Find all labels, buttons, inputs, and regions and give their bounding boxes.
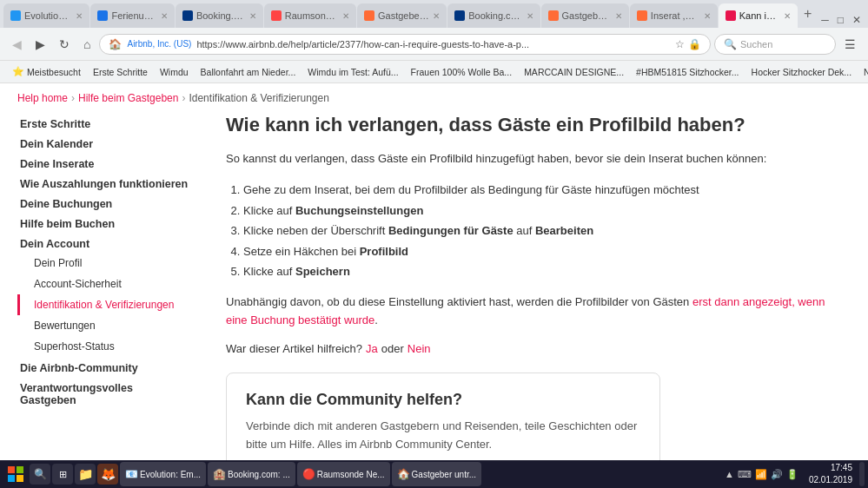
tab-gastgeben[interactable]: Gastgeben - A... ✕ <box>541 3 629 28</box>
taskbar-label-evolution: Evolution: Em... <box>140 470 201 479</box>
taskbar-running-booking[interactable]: 🏨 Booking.com: ... <box>208 462 295 486</box>
sidebar-item-erste-schritte[interactable]: Erste Schritte <box>17 113 191 133</box>
browser-taskbar-icon[interactable]: 🦊 <box>97 464 118 485</box>
bookmark-wimdu-test[interactable]: Wimdu im Test: Aufü... <box>302 65 403 79</box>
sidebar-item-bewertungen[interactable]: Bewertungen <box>17 315 191 336</box>
network-icon[interactable]: 📶 <box>755 469 767 480</box>
tab-kann-ich[interactable]: Kann ich vo... ✕ <box>719 3 798 28</box>
new-tab-button[interactable]: + <box>798 3 817 25</box>
breadcrumb-hilfe-gastgeben[interactable]: Hilfe beim Gastgeben <box>78 92 178 104</box>
sidebar-item-hilfe-buchen[interactable]: Hilfe beim Buchen <box>17 213 191 233</box>
breadcrumb-sep-1: › <box>71 92 75 104</box>
back-button[interactable]: ◀ <box>7 34 27 55</box>
sidebar-item-kalender[interactable]: Dein Kalender <box>17 133 191 153</box>
article-note: Unabhängig davon, ob du diese Einstellun… <box>226 293 842 330</box>
bookmark-ballon[interactable]: Ballonfahrt am Nieder... <box>195 65 301 79</box>
bookmark-label-meistbesucht: Meistbesucht <box>27 67 81 77</box>
tab-booking1[interactable]: Booking.com: ... ✕ <box>176 3 263 28</box>
tab-gastgeber1[interactable]: Gastgeber untr... ✕ <box>357 3 447 28</box>
tab-close-booking1[interactable]: ✕ <box>249 11 256 21</box>
home-button[interactable]: ⌂ <box>78 34 96 55</box>
community-title: Kann die Community helfen? <box>246 391 640 409</box>
taskbar-running-gastgeber[interactable]: 🏠 Gastgeber untr... <box>392 462 482 486</box>
helpful-nein-link[interactable]: Nein <box>407 342 431 355</box>
taskbar-running-evolution[interactable]: 📧 Evolution: Em... <box>120 462 206 486</box>
file-manager-icon[interactable]: 📁 <box>75 464 96 485</box>
tray-arrow-icon[interactable]: ▲ <box>725 469 734 479</box>
clock-date: 02.01.2019 <box>809 474 852 486</box>
tab-raumsonde[interactable]: Raumsonde Ne... ✕ <box>264 3 356 28</box>
volume-icon[interactable]: 🔊 <box>771 469 783 480</box>
menu-button[interactable]: ☰ <box>839 34 861 55</box>
battery-icon[interactable]: 🔋 <box>786 469 798 480</box>
tab-close-kann-ich[interactable]: ✕ <box>784 11 791 21</box>
bookmark-erste-schritte[interactable]: Erste Schritte <box>88 65 153 79</box>
tab-booking2[interactable]: Booking.com: A... ✕ <box>447 3 540 28</box>
sidebar-item-verantwortung[interactable]: Verantwortungsvolles Gastgeben <box>17 377 191 409</box>
tab-favicon-gastgeben <box>548 10 559 21</box>
keyboard-icon[interactable]: ⌨ <box>738 469 752 480</box>
minimize-button[interactable]: ─ <box>818 12 832 28</box>
bookmark-label-wimdu: Wimdu <box>160 67 189 77</box>
tab-close-gastgeber1[interactable]: ✕ <box>433 11 440 21</box>
sidebar-item-community[interactable]: Die Airbnb-Community <box>17 357 191 377</box>
refresh-button[interactable]: ↻ <box>54 34 75 55</box>
close-window-button[interactable]: ✕ <box>849 12 865 28</box>
sidebar-item-sicherheit[interactable]: Account-Sicherheit <box>17 274 191 294</box>
taskbar-running-raumsonde[interactable]: 🔴 Raumsonde Ne... <box>297 462 390 486</box>
taskbar-clock[interactable]: 17:45 02.01.2019 <box>804 462 858 486</box>
bookmark-wimdu[interactable]: Wimdu <box>155 65 194 79</box>
show-desktop-button[interactable] <box>859 462 865 486</box>
tab-close-booking2[interactable]: ✕ <box>527 11 533 21</box>
bookmark-meistbesucht[interactable]: ⭐ Meistbesucht <box>7 64 86 79</box>
breadcrumb-sep-2: › <box>182 92 185 104</box>
tab-actions: ─ □ ✕ <box>818 12 865 28</box>
sidebar-item-superhost[interactable]: Superhost-Status <box>17 336 191 357</box>
tab-inserat[interactable]: Inserat ,Gemü... ✕ <box>630 3 718 28</box>
sidebar-item-identifikation[interactable]: Identifikation & Verifizierungen <box>17 294 191 315</box>
sidebar-item-inserate[interactable]: Deine Inserate <box>17 153 191 173</box>
breadcrumb-help-home[interactable]: Help home <box>17 92 68 104</box>
start-button[interactable] <box>3 462 28 486</box>
bookmark-neues[interactable]: Neues Angebotvidavi... <box>858 65 868 79</box>
article-title: Wie kann ich verlangen, dass Gäste ein P… <box>226 113 842 138</box>
svg-rect-1 <box>17 466 23 473</box>
sidebar-item-profil[interactable]: Dein Profil <box>17 253 191 274</box>
bookmark-marccain[interactable]: MARCCAIN DESIGNE... <box>519 65 629 79</box>
step-3: Klicke neben der Überschrift Bedingungen… <box>243 221 842 241</box>
sidebar-item-account[interactable]: Dein Account <box>17 233 191 253</box>
helpful-row: War dieser Artikel hilfreich? Ja oder Ne… <box>226 342 842 355</box>
tab-evolution[interactable]: Evolution: Em... ✕ <box>3 3 89 28</box>
search-taskbar-icon[interactable]: 🔍 <box>30 464 50 485</box>
tab-close-raumsonde[interactable]: ✕ <box>342 11 349 21</box>
tab-favicon-gastgeber1 <box>364 10 374 21</box>
search-bar[interactable]: 🔍 Suchen <box>714 34 836 55</box>
helpful-ja-link[interactable]: Ja <box>366 342 378 355</box>
windows-logo-icon <box>8 466 23 482</box>
bookmark-hocker[interactable]: Hocker Sitzhocker Dek... <box>746 65 858 79</box>
search-icon: 🔍 <box>724 38 737 50</box>
svg-rect-2 <box>8 475 15 482</box>
tab-ferien[interactable]: Ferienunterki... ✕ <box>90 3 175 28</box>
article-content: Wie kann ich verlangen, dass Gäste ein P… <box>226 109 851 460</box>
bookmark-hbm[interactable]: #HBM51815 Sitzhocker... <box>631 65 744 79</box>
sidebar-item-auszahlungen[interactable]: Wie Auszahlungen funktionieren <box>17 173 191 193</box>
restore-button[interactable]: □ <box>834 12 847 28</box>
bookmark-frauen[interactable]: Frauen 100% Wolle Ba... <box>406 65 518 79</box>
taskbar-label-raumsonde: Raumsonde Ne... <box>317 470 385 479</box>
secure-label: Airbnb, Inc. (US) <box>127 39 191 49</box>
address-bar[interactable]: 🏠 Airbnb, Inc. (US) https://www.airbnb.d… <box>99 34 711 55</box>
note-prefix: Unabhängig davon, ob du diese Einstellun… <box>226 295 692 308</box>
task-view-icon[interactable]: ⊞ <box>52 464 73 485</box>
tab-close-evolution[interactable]: ✕ <box>76 11 83 21</box>
sidebar-item-buchungen[interactable]: Deine Buchungen <box>17 193 191 213</box>
step-5: Klicke auf Speichern <box>243 261 842 281</box>
sidebar: Erste Schritte Dein Kalender Deine Inser… <box>17 109 191 460</box>
star-icon[interactable]: ☆ <box>675 38 685 50</box>
forward-button[interactable]: ▶ <box>30 34 50 55</box>
tab-close-inserat[interactable]: ✕ <box>704 11 711 21</box>
tab-close-gastgeben[interactable]: ✕ <box>615 11 622 21</box>
step-2: Klicke auf Buchungseinstellungen <box>243 201 842 221</box>
tab-close-ferien[interactable]: ✕ <box>161 11 168 21</box>
tab-favicon-booking2 <box>454 10 465 21</box>
